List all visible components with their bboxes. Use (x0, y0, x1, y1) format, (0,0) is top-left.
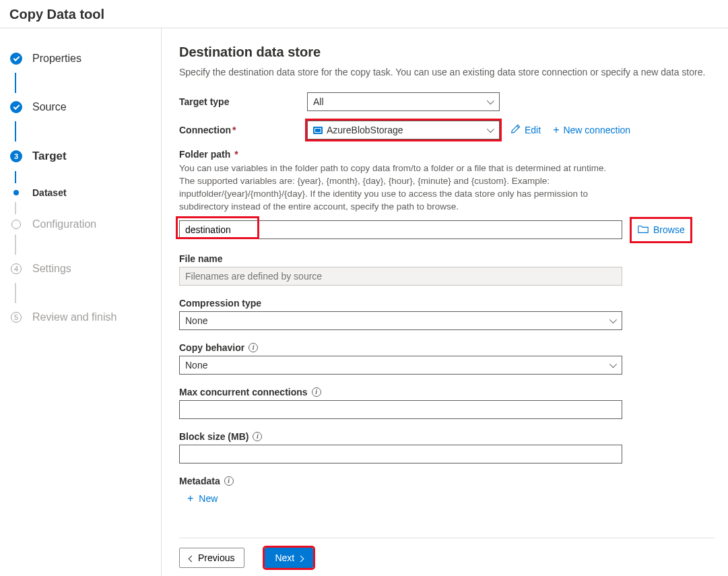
step-connector (15, 171, 16, 183)
step-connector (15, 121, 16, 141)
folder-icon (637, 223, 649, 237)
metadata-label: Metadata i (179, 476, 715, 486)
step-number-icon: 4 (11, 263, 22, 274)
copy-behavior-select[interactable]: None (179, 356, 622, 375)
previous-button[interactable]: Previous (179, 548, 244, 568)
browse-button[interactable]: Browse (632, 219, 690, 241)
chevron-down-icon (486, 98, 494, 106)
target-type-row: Target type All (179, 92, 715, 111)
wizard-footer: Previous Next (179, 538, 715, 576)
storage-icon (313, 127, 323, 134)
copy-behavior-label: Copy behavior i (179, 342, 715, 353)
header-title: Copy Data tool (0, 0, 728, 28)
metadata-block: Metadata i + New (179, 476, 715, 505)
substep-empty-icon (11, 220, 21, 229)
compression-block: Compression type None (179, 298, 715, 330)
file-name-input (179, 267, 622, 286)
chevron-right-icon (298, 552, 303, 563)
max-conn-label: Max concurrent connections i (179, 387, 715, 397)
step-connector (15, 234, 16, 255)
block-size-label: Block size (MB) i (179, 431, 715, 442)
plus-icon: + (187, 493, 193, 504)
step-configuration[interactable]: Configuration (0, 214, 161, 234)
step-source[interactable]: Source (0, 93, 161, 121)
step-review[interactable]: 5 Review and finish (0, 303, 161, 331)
folder-path-help: You can use variables in the folder path… (179, 162, 624, 214)
step-number-icon: 5 (11, 312, 22, 323)
step-label: Configuration (32, 218, 96, 230)
folder-path-input[interactable] (179, 220, 622, 239)
block-size-input[interactable] (179, 445, 622, 463)
step-settings[interactable]: 4 Settings (0, 255, 161, 283)
edit-connection-button[interactable]: Edit (510, 124, 541, 136)
compression-label: Compression type (179, 298, 715, 309)
step-properties[interactable]: Properties (0, 44, 161, 73)
step-number-icon: 3 (10, 150, 22, 162)
compression-select[interactable]: None (179, 311, 622, 330)
wizard-sidebar: Properties Source 3 Target Dataset Confi… (0, 28, 162, 576)
info-icon[interactable]: i (249, 343, 258, 352)
chevron-down-icon (608, 361, 616, 369)
next-button[interactable]: Next (265, 548, 313, 568)
step-connector (15, 283, 16, 303)
metadata-new-button[interactable]: + New (187, 493, 218, 504)
connection-row: Connection* AzureBlobStorage Edit + (179, 121, 715, 139)
target-type-label: Target type (179, 96, 307, 107)
file-name-label: File name (179, 253, 715, 264)
info-icon[interactable]: i (253, 432, 262, 441)
page-title: Destination data store (179, 44, 715, 60)
connection-select[interactable]: AzureBlobStorage (307, 121, 500, 139)
file-name-block: File name (179, 253, 715, 286)
info-icon[interactable]: i (224, 476, 234, 486)
step-label: Properties (32, 53, 81, 65)
check-icon (10, 101, 22, 113)
main-panel: Destination data store Specify the desti… (162, 28, 728, 576)
target-type-select[interactable]: All (307, 92, 500, 111)
new-connection-button[interactable]: + New connection (553, 125, 630, 135)
step-label: Source (32, 101, 67, 113)
step-label: Target (32, 150, 67, 163)
step-dataset[interactable]: Dataset (0, 183, 161, 202)
connection-label: Connection* (179, 125, 307, 135)
step-connector (15, 73, 16, 93)
max-conn-input[interactable] (179, 400, 622, 419)
step-label: Review and finish (32, 311, 117, 323)
check-icon (10, 53, 22, 65)
target-type-value: All (313, 96, 324, 107)
folder-path-label: Folder path* (179, 149, 715, 160)
folder-path-block: Folder path* You can use variables in th… (179, 149, 715, 241)
compression-value: None (185, 315, 207, 326)
chevron-down-icon (486, 126, 494, 134)
max-conn-block: Max concurrent connections i (179, 387, 715, 419)
chevron-down-icon (608, 317, 616, 325)
connection-value: AzureBlobStorage (327, 125, 403, 135)
chevron-left-icon (189, 552, 194, 563)
block-size-block: Block size (MB) i (179, 431, 715, 463)
step-connector (15, 202, 16, 214)
substep-dot-icon (13, 190, 19, 195)
pencil-icon (510, 124, 521, 136)
page-description: Specify the destination data store for t… (179, 67, 715, 77)
copy-behavior-value: None (185, 360, 207, 371)
step-label: Dataset (32, 187, 67, 198)
step-target[interactable]: 3 Target (0, 141, 161, 171)
copy-behavior-block: Copy behavior i None (179, 342, 715, 375)
step-label: Settings (32, 263, 71, 275)
plus-icon: + (553, 125, 559, 135)
info-icon[interactable]: i (312, 387, 321, 397)
